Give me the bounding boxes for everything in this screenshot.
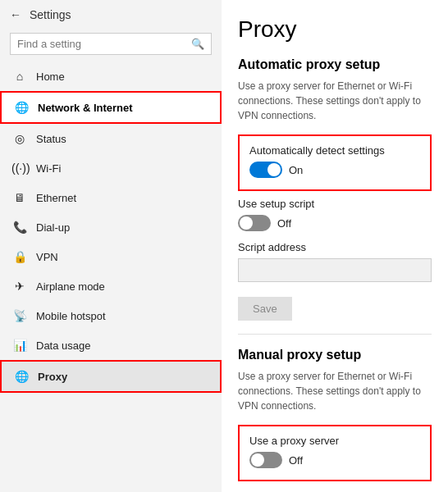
search-input[interactable] [17, 38, 191, 50]
auto-detect-toggle-text: On [289, 164, 303, 176]
sidebar-item-vpn[interactable]: 🔒 VPN [0, 242, 222, 271]
manual-section-title: Manual proxy setup [238, 348, 432, 362]
wifi-label: Wi-Fi [36, 162, 61, 175]
manual-proxy-section: Manual proxy setup Use a proxy server fo… [238, 348, 432, 481]
home-label: Home [36, 71, 65, 83]
script-address-setting: Script address [238, 241, 432, 287]
back-button[interactable]: ← [10, 8, 21, 21]
airplane-label: Airplane mode [36, 280, 105, 293]
search-box[interactable]: 🔍 [10, 33, 212, 55]
ethernet-icon: 🖥 [11, 191, 28, 204]
auto-detect-toggle[interactable] [249, 162, 282, 178]
vpn-icon: 🔒 [11, 250, 28, 263]
setup-script-setting: Use setup script Off [238, 198, 432, 231]
wifi-icon: ((·)) [11, 162, 28, 175]
ethernet-label: Ethernet [36, 192, 76, 204]
settings-title: Settings [30, 8, 71, 21]
sidebar-item-proxy[interactable]: 🌐 Proxy [0, 360, 222, 393]
script-address-label: Script address [238, 241, 432, 253]
airplane-icon: ✈ [11, 280, 28, 293]
status-label: Status [36, 133, 66, 145]
dialup-icon: 📞 [11, 221, 28, 234]
use-proxy-label: Use a proxy server [249, 435, 420, 447]
search-icon: 🔍 [191, 38, 204, 50]
vpn-label: VPN [36, 251, 58, 263]
home-icon: ⌂ [11, 70, 28, 83]
setup-script-label: Use setup script [238, 198, 432, 210]
sidebar-item-status[interactable]: ◎ Status [0, 124, 222, 153]
main-content: Proxy Automatic proxy setup Use a proxy … [222, 0, 448, 492]
save-button[interactable]: Save [238, 297, 292, 321]
section-divider [238, 334, 432, 335]
auto-detect-label: Automatically detect settings [249, 144, 420, 157]
sidebar-item-airplane[interactable]: ✈ Airplane mode [0, 271, 222, 301]
page-title: Proxy [238, 16, 432, 43]
sidebar-item-home[interactable]: ⌂ Home [0, 61, 222, 91]
use-proxy-toggle-row: Off [249, 452, 420, 468]
network-label: Network & Internet [38, 102, 133, 114]
use-proxy-toggle-text: Off [289, 454, 303, 467]
use-proxy-server-box: Use a proxy server Off [238, 425, 432, 481]
proxy-label: Proxy [38, 371, 67, 383]
setup-script-toggle-row: Off [238, 215, 432, 231]
setup-script-toggle-text: Off [277, 217, 291, 230]
sidebar-item-ethernet[interactable]: 🖥 Ethernet [0, 183, 222, 212]
sidebar-section-network[interactable]: 🌐 Network & Internet [0, 91, 222, 124]
automatic-proxy-section: Automatic proxy setup Use a proxy server… [238, 57, 432, 321]
sidebar-item-hotspot[interactable]: 📡 Mobile hotspot [0, 301, 222, 330]
datausage-icon: 📊 [11, 339, 28, 352]
automatic-section-title: Automatic proxy setup [238, 57, 432, 72]
sidebar-item-datausage[interactable]: 📊 Data usage [0, 330, 222, 360]
setup-script-toggle[interactable] [238, 215, 271, 231]
sidebar: ← Settings 🔍 ⌂ Home 🌐 Network & Internet… [0, 0, 222, 492]
auto-detect-toggle-row: On [249, 162, 420, 178]
sidebar-item-dialup[interactable]: 📞 Dial-up [0, 212, 222, 242]
hotspot-icon: 📡 [11, 309, 28, 322]
proxy-icon: 🌐 [13, 370, 30, 383]
auto-detect-box: Automatically detect settings On [238, 134, 432, 191]
status-icon: ◎ [11, 132, 28, 145]
sidebar-item-wifi[interactable]: ((·)) Wi-Fi [0, 153, 222, 183]
use-proxy-toggle[interactable] [249, 452, 282, 468]
script-address-input[interactable] [238, 258, 432, 282]
dialup-label: Dial-up [36, 221, 70, 234]
network-icon: 🌐 [13, 101, 30, 114]
datausage-label: Data usage [36, 339, 91, 352]
title-bar: ← Settings [0, 0, 222, 30]
manual-section-desc: Use a proxy server for Ethernet or Wi-Fi… [238, 369, 432, 413]
automatic-section-desc: Use a proxy server for Ethernet or Wi-Fi… [238, 79, 432, 123]
hotspot-label: Mobile hotspot [36, 310, 106, 322]
